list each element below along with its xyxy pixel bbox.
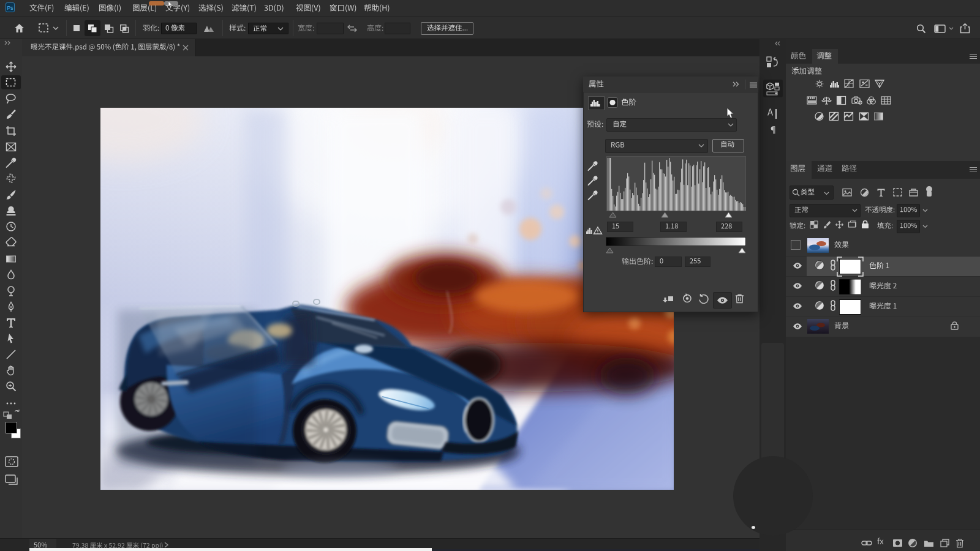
svg-text:Ps: Ps	[7, 5, 13, 11]
